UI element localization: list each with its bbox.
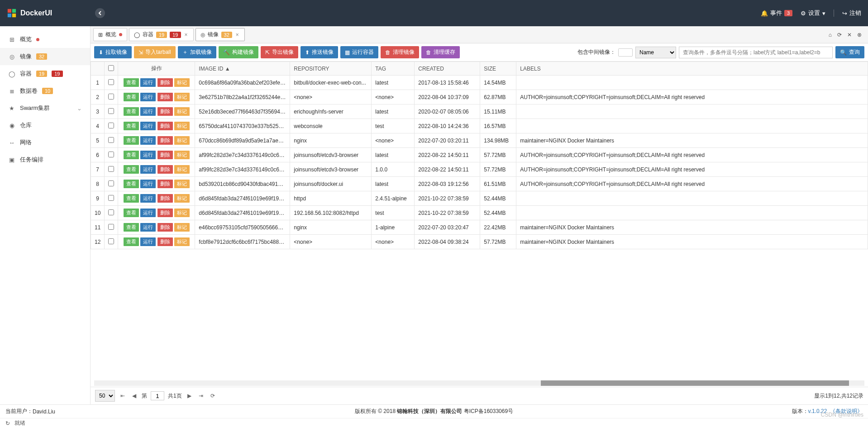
search-button[interactable]: 🔍查询 <box>835 46 864 58</box>
search-input[interactable] <box>679 47 833 58</box>
run-container-button[interactable]: ▦运行容器 <box>340 46 378 58</box>
table-row[interactable]: 5 查看 运行 删除 标记 670dcc86b69df89a9d5a9e1a7a… <box>91 133 868 148</box>
tag-button[interactable]: 标记 <box>174 223 190 232</box>
sidebar-item-概览[interactable]: ⊞概览 <box>0 31 90 48</box>
run-button[interactable]: 运行 <box>140 136 156 145</box>
tag-button[interactable]: 标记 <box>174 151 190 159</box>
row-checkbox[interactable] <box>108 180 114 186</box>
sidebar-item-容器[interactable]: ◯容器1919 <box>0 65 90 82</box>
page-input[interactable] <box>151 391 164 400</box>
row-checkbox[interactable] <box>108 224 114 230</box>
events-button[interactable]: 🔔 事件 3 <box>761 9 792 17</box>
last-page-button[interactable]: ⇥ <box>197 392 205 400</box>
table-row[interactable]: 7 查看 运行 删除 标记 af99fc282d3e7c34d3376149c0… <box>91 162 868 177</box>
home-icon[interactable]: ⌂ <box>829 32 832 38</box>
delete-button[interactable]: 删除 <box>157 237 173 246</box>
first-page-button[interactable]: ⇤ <box>119 392 127 400</box>
run-button[interactable]: 运行 <box>140 93 156 101</box>
run-button[interactable]: 运行 <box>140 107 156 116</box>
col-image-id[interactable]: IMAGE ID ▲ <box>195 62 290 76</box>
view-button[interactable]: 查看 <box>124 136 139 145</box>
view-button[interactable]: 查看 <box>124 78 139 87</box>
table-row[interactable]: 8 查看 运行 删除 标记 bd539201cb86cd90430fdbac49… <box>91 177 868 191</box>
row-checkbox[interactable] <box>108 79 114 85</box>
view-button[interactable]: 查看 <box>124 194 139 203</box>
row-checkbox[interactable] <box>108 123 114 128</box>
clean-cache-button[interactable]: 🗑清理缓存 <box>421 46 460 58</box>
view-button[interactable]: 查看 <box>124 165 139 174</box>
delete-button[interactable]: 删除 <box>157 93 173 101</box>
push-image-button[interactable]: ⬆推送镜像 <box>300 46 338 58</box>
table-row[interactable]: 12 查看 运行 删除 标记 fcbf8e7912dcf6c6bc6f7175b… <box>91 235 868 249</box>
sidebar-item-数据卷[interactable]: ≣数据卷10 <box>0 82 90 100</box>
tag-button[interactable]: 标记 <box>174 136 190 145</box>
settings-button[interactable]: ⚙ 设置 ▾ <box>801 9 825 17</box>
delete-button[interactable]: 删除 <box>157 151 173 159</box>
delete-button[interactable]: 删除 <box>157 122 173 130</box>
filter-field-select[interactable]: Name <box>635 47 676 58</box>
prev-page-button[interactable]: ◀ <box>130 392 138 400</box>
row-checkbox[interactable] <box>108 195 114 201</box>
delete-button[interactable]: 删除 <box>157 223 173 232</box>
row-checkbox[interactable] <box>108 166 114 172</box>
run-button[interactable]: 运行 <box>140 78 156 87</box>
horizontal-scrollbar[interactable] <box>94 380 864 386</box>
table-wrap[interactable]: 操作 IMAGE ID ▲ REPOSITORY TAG CREATED SIZ… <box>91 62 868 380</box>
row-checkbox[interactable] <box>108 152 114 157</box>
view-button[interactable]: 查看 <box>124 122 139 130</box>
view-button[interactable]: 查看 <box>124 180 139 188</box>
tab-概览[interactable]: ⊞概览 <box>93 28 127 41</box>
sidebar-item-网络[interactable]: ↔网络 <box>0 134 90 151</box>
tag-button[interactable]: 标记 <box>174 122 190 130</box>
build-image-button[interactable]: 🔨构建镜像 <box>219 46 258 58</box>
run-button[interactable]: 运行 <box>140 223 156 232</box>
table-row[interactable]: 11 查看 运行 删除 标记 e46bcc69753105cfd75905056… <box>91 220 868 235</box>
view-button[interactable]: 查看 <box>124 209 139 217</box>
run-button[interactable]: 运行 <box>140 209 156 217</box>
reload-button[interactable]: ⟳ <box>209 392 217 400</box>
view-button[interactable]: 查看 <box>124 223 139 232</box>
row-checkbox[interactable] <box>108 137 114 143</box>
include-mid-toggle[interactable] <box>618 48 633 57</box>
col-labels[interactable]: LABELS <box>516 62 868 76</box>
export-image-button[interactable]: ⇱导出镜像 <box>261 46 298 58</box>
delete-button[interactable]: 删除 <box>157 194 173 203</box>
tag-button[interactable]: 标记 <box>174 209 190 217</box>
scrollbar-thumb[interactable] <box>541 380 849 386</box>
delete-button[interactable]: 删除 <box>157 180 173 188</box>
table-row[interactable]: 3 查看 运行 删除 标记 52e16db3eced77f66463d7f356… <box>91 104 868 119</box>
page-size-select[interactable]: 50 <box>95 390 115 402</box>
delete-button[interactable]: 删除 <box>157 165 173 174</box>
sidebar-item-任务编排[interactable]: ▣任务编排 <box>0 151 90 168</box>
table-row[interactable]: 6 查看 运行 删除 标记 af99fc282d3e7c34d3376149c0… <box>91 148 868 162</box>
tag-button[interactable]: 标记 <box>174 194 190 203</box>
sidebar-item-仓库[interactable]: ◉仓库 <box>0 117 90 134</box>
col-created[interactable]: CREATED <box>415 62 480 76</box>
tag-button[interactable]: 标记 <box>174 107 190 116</box>
tag-button[interactable]: 标记 <box>174 165 190 174</box>
table-row[interactable]: 9 查看 运行 删除 标记 d6d845fdab3da274f61019e69f… <box>91 191 868 206</box>
row-checkbox[interactable] <box>108 238 114 244</box>
row-checkbox[interactable] <box>108 108 114 114</box>
back-button[interactable] <box>95 8 105 18</box>
tab-容器[interactable]: ◯容器1919× <box>129 28 194 41</box>
tab-镜像[interactable]: ◎镜像32× <box>196 28 245 41</box>
tag-button[interactable]: 标记 <box>174 93 190 101</box>
run-button[interactable]: 运行 <box>140 180 156 188</box>
run-button[interactable]: 运行 <box>140 151 156 159</box>
load-image-button[interactable]: ＋加载镜像 <box>178 46 216 58</box>
row-checkbox[interactable] <box>108 209 114 215</box>
col-tag[interactable]: TAG <box>372 62 415 76</box>
tag-button[interactable]: 标记 <box>174 78 190 87</box>
tag-button[interactable]: 标记 <box>174 180 190 188</box>
sidebar-item-Swarm集群[interactable]: ★Swarm集群⌄ <box>0 100 90 117</box>
close-all-icon[interactable]: ⊗ <box>857 32 862 38</box>
delete-button[interactable]: 删除 <box>157 136 173 145</box>
pull-image-button[interactable]: ⬇拉取镜像 <box>94 46 132 58</box>
logout-button[interactable]: ↪ 注销 <box>842 9 861 17</box>
view-button[interactable]: 查看 <box>124 151 139 159</box>
select-all-checkbox[interactable] <box>108 65 114 71</box>
import-tarball-button[interactable]: ⇲导入tarball <box>134 46 176 58</box>
table-row[interactable]: 1 查看 运行 删除 标记 0c698a6f86a09fa36bab2ef203… <box>91 76 868 90</box>
row-checkbox[interactable] <box>108 94 114 100</box>
